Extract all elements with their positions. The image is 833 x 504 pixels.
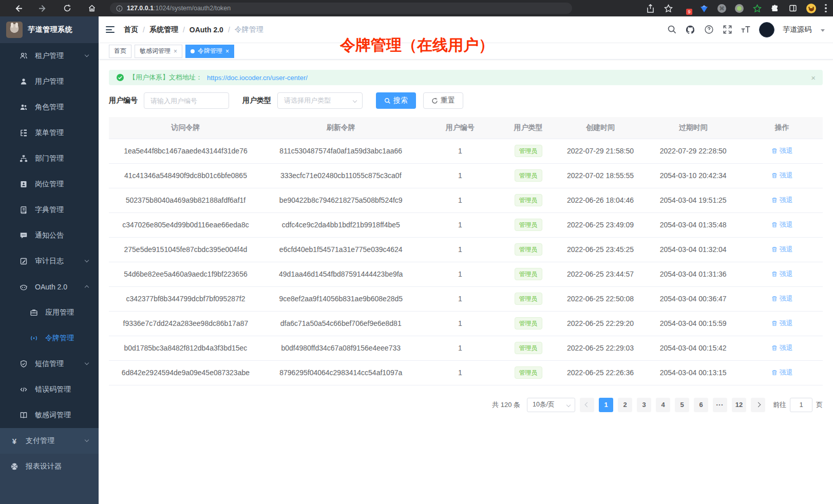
- user-avatar[interactable]: [759, 22, 774, 37]
- font-size-icon[interactable]: [741, 25, 751, 35]
- fullscreen-icon[interactable]: [722, 25, 732, 35]
- doc-link[interactable]: https://doc.iocoder.cn/user-center/: [207, 74, 308, 82]
- username[interactable]: 芋道源码: [783, 25, 811, 34]
- browser-address-bar[interactable]: 127.0.0.1:1024/system/oauth2/token: [110, 3, 572, 14]
- access-token-cell: c347026e805e4d99b0d116eae66eda8c: [109, 212, 262, 237]
- breadcrumb-system[interactable]: 系统管理: [149, 25, 178, 34]
- force-logout-button[interactable]: 强退: [771, 171, 793, 180]
- browser-menu-icon[interactable]: [825, 4, 827, 12]
- tag-sensitive-word[interactable]: 敏感词管理×: [135, 45, 182, 58]
- extension-blue-diamond-icon[interactable]: 9: [681, 3, 691, 14]
- open-book-icon: [20, 411, 28, 419]
- force-logout-button[interactable]: 强退: [771, 368, 793, 377]
- force-logout-button[interactable]: 强退: [771, 196, 793, 205]
- user-type-select[interactable]: 请选择用户类型: [277, 92, 363, 109]
- access-token-cell: 6d842e2924594de9a09e45e087323abe: [109, 360, 262, 385]
- caret-down-icon[interactable]: [821, 29, 825, 32]
- browser-home-icon[interactable]: [87, 4, 97, 13]
- user-id-cell: 1: [420, 237, 501, 262]
- page-button-2[interactable]: 2: [618, 398, 632, 412]
- extension-command-icon[interactable]: ⌘: [717, 4, 726, 13]
- page-button-12[interactable]: 12: [732, 398, 746, 412]
- side-panel-icon[interactable]: [788, 4, 798, 13]
- breadcrumb-oauth[interactable]: OAuth 2.0: [190, 26, 223, 34]
- user-id-cell: 1: [420, 188, 501, 212]
- collapse-sidebar-icon[interactable]: [106, 26, 115, 33]
- chevron-right-icon: [755, 402, 761, 408]
- force-logout-button[interactable]: 强退: [771, 146, 793, 156]
- table-row: b0d1785bc3a8482f812db4a3f3bd15ec b0df498…: [109, 336, 823, 360]
- extension-gem-icon[interactable]: [699, 4, 709, 13]
- user-id-cell: 1: [420, 336, 501, 360]
- sidebar-item-role[interactable]: 角色管理: [0, 94, 99, 120]
- sitemap-icon: [20, 154, 28, 163]
- sidebar-item-payment[interactable]: ¥ 支付管理: [0, 428, 99, 454]
- force-logout-button[interactable]: 强退: [771, 220, 793, 229]
- refresh-token-cell: b0df4980ffd34c67a08f9156e4eee733: [262, 336, 420, 360]
- message-icon: [20, 231, 28, 240]
- user-group-icon: [20, 103, 28, 111]
- sidebar-item-oauth-app[interactable]: 应用管理: [0, 300, 99, 325]
- access-token-cell: 275e5de9151045fe87cbdc395e004f4d: [109, 237, 262, 262]
- prev-page-button[interactable]: [580, 398, 594, 412]
- app-logo[interactable]: 芋道管理系统: [0, 16, 99, 43]
- sidebar-item-user[interactable]: 用户管理: [0, 69, 99, 94]
- share-icon[interactable]: [646, 4, 655, 13]
- force-logout-button[interactable]: 强退: [771, 319, 793, 328]
- page-button-1[interactable]: 1: [599, 398, 613, 412]
- force-logout-button[interactable]: 强退: [771, 294, 793, 303]
- sidebar-item-notice[interactable]: 通知公告: [0, 223, 99, 248]
- more-pages-button[interactable]: •••: [713, 398, 727, 412]
- page-size-select[interactable]: 10条/页: [527, 398, 575, 412]
- refresh-token-cell: 8796295f04064c2983414cc54af1097a: [262, 360, 420, 385]
- page-button-4[interactable]: 4: [656, 398, 670, 412]
- extension-record-icon[interactable]: [735, 4, 744, 13]
- sidebar-item-oauth-token[interactable]: 令牌管理: [0, 325, 99, 351]
- next-page-button[interactable]: [751, 398, 765, 412]
- close-icon[interactable]: ×: [225, 48, 229, 54]
- goto-page-input[interactable]: [790, 398, 812, 412]
- close-icon[interactable]: ×: [174, 48, 177, 54]
- page-button-6[interactable]: 6: [694, 398, 708, 412]
- user-id-input[interactable]: [144, 92, 229, 109]
- tag-home[interactable]: 首页: [109, 45, 131, 58]
- sidebar-item-oauth[interactable]: OAuth 2.0: [0, 274, 99, 300]
- sidebar-item-dict[interactable]: 字典管理: [0, 197, 99, 223]
- tag-token[interactable]: 令牌管理×: [185, 45, 234, 58]
- extensions-puzzle-icon[interactable]: [770, 4, 780, 13]
- help-icon[interactable]: [704, 25, 714, 35]
- github-icon[interactable]: [685, 25, 695, 35]
- table-row: c347026e805e4d99b0d116eae66eda8c cdfc4ce…: [109, 212, 823, 237]
- force-logout-button[interactable]: 强退: [771, 269, 793, 279]
- sidebar-item-sensitive-word[interactable]: 敏感词管理: [0, 402, 99, 428]
- reset-button[interactable]: 重置: [423, 92, 463, 109]
- user-type-cell: 管理员: [501, 360, 556, 385]
- browser-forward-icon[interactable]: [38, 4, 47, 13]
- page-button-5[interactable]: 5: [675, 398, 689, 412]
- bookmark-star-icon[interactable]: [664, 4, 673, 13]
- force-logout-button[interactable]: 强退: [771, 343, 793, 353]
- sidebar-item-audit-log[interactable]: 审计日志: [0, 248, 99, 274]
- refresh-token-cell: dfa6c71a50a54c66bef706ef9e6e8d81: [262, 311, 420, 336]
- breadcrumb: 首页/ 系统管理/ OAuth 2.0/ 令牌管理: [124, 25, 263, 34]
- sidebar-item-tenant[interactable]: 租户管理: [0, 43, 99, 69]
- browser-reload-icon[interactable]: [63, 4, 72, 13]
- dictionary-book-icon: [20, 206, 28, 214]
- sidebar-item-post[interactable]: 岗位管理: [0, 171, 99, 197]
- search-icon[interactable]: [667, 25, 677, 35]
- chevron-up-icon: [85, 285, 89, 289]
- alert-close-icon[interactable]: ×: [811, 73, 816, 82]
- breadcrumb-home[interactable]: 首页: [124, 25, 138, 34]
- search-button[interactable]: 搜索: [376, 92, 416, 109]
- browser-back-icon[interactable]: [13, 4, 23, 13]
- sidebar-item-report-designer[interactable]: 报表设计器: [0, 454, 99, 479]
- profile-avatar-icon[interactable]: [806, 4, 816, 13]
- force-logout-button[interactable]: 强退: [771, 245, 793, 254]
- sidebar-item-dept[interactable]: 部门管理: [0, 146, 99, 171]
- sidebar-item-error-code[interactable]: 错误码管理: [0, 377, 99, 402]
- extension-green-star-icon[interactable]: [752, 4, 762, 13]
- page-button-3[interactable]: 3: [637, 398, 651, 412]
- sidebar-item-sms[interactable]: 短信管理: [0, 351, 99, 377]
- site-info-icon[interactable]: [116, 5, 123, 12]
- sidebar-item-menu[interactable]: 菜单管理: [0, 120, 99, 146]
